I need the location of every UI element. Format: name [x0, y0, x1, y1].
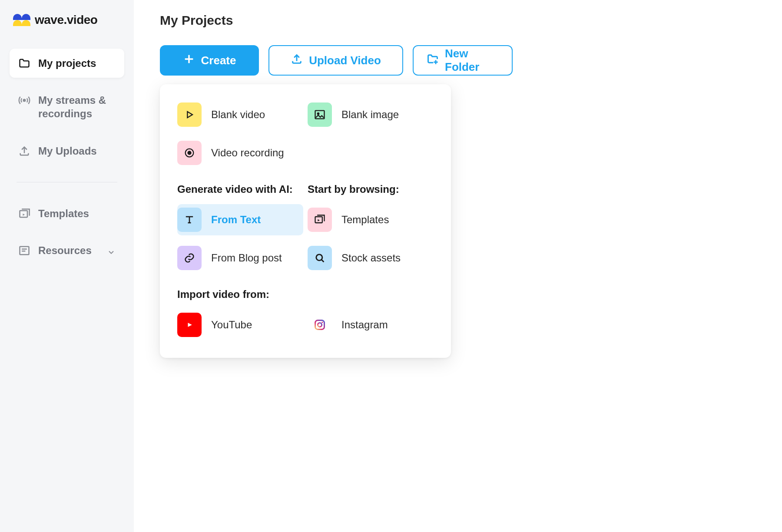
- resources-icon: [18, 245, 30, 257]
- section-heading-ai: Generate video with AI:: [177, 183, 303, 195]
- templates-icon: [18, 208, 30, 220]
- new-folder-button[interactable]: New Folder: [413, 45, 513, 76]
- create-button-label: Create: [201, 54, 236, 67]
- sidebar-item-my-streams[interactable]: My streams & recordings: [10, 86, 124, 128]
- option-label: YouTube: [211, 319, 252, 331]
- svg-rect-1: [20, 211, 28, 217]
- search-icon: [308, 246, 332, 270]
- upload-icon: [18, 145, 30, 157]
- play-icon: [177, 102, 202, 127]
- upload-video-button[interactable]: Upload Video: [268, 45, 403, 76]
- chevron-down-icon: [107, 246, 116, 255]
- upload-icon: [291, 53, 303, 68]
- page-title: My Projects: [160, 13, 756, 28]
- option-from-text[interactable]: From Text: [177, 204, 303, 235]
- option-label: Instagram: [341, 319, 388, 331]
- create-button[interactable]: Create: [160, 45, 259, 76]
- link-icon: [177, 246, 202, 270]
- option-label: Templates: [341, 214, 389, 226]
- broadcast-icon: [18, 94, 30, 106]
- option-video-recording[interactable]: Video recording: [177, 137, 303, 169]
- svg-point-10: [318, 113, 319, 115]
- text-icon: [177, 208, 202, 232]
- new-folder-icon: [427, 53, 439, 68]
- option-stock-assets[interactable]: Stock assets: [308, 242, 434, 274]
- brand-logo[interactable]: wave.video: [13, 13, 124, 27]
- action-row: Create Upload Video New Folder: [160, 45, 756, 76]
- option-label: Stock assets: [341, 252, 401, 264]
- sidebar-item-label: My projects: [38, 56, 116, 70]
- new-folder-button-label: New Folder: [445, 47, 499, 74]
- sidebar-divider: [17, 182, 117, 182]
- svg-point-12: [188, 152, 191, 155]
- option-label: Blank image: [341, 109, 399, 121]
- section-heading-import: Import video from:: [177, 288, 434, 301]
- instagram-icon: [308, 313, 332, 337]
- svg-point-14: [316, 254, 322, 261]
- sidebar: wave.video My projects My streams & reco…: [0, 0, 134, 532]
- sidebar-item-label: My Uploads: [38, 144, 116, 158]
- folder-icon: [18, 57, 30, 69]
- sidebar-item-label: Templates: [38, 207, 116, 220]
- sidebar-nav: My projects My streams & recordings My U…: [10, 49, 124, 265]
- brand-name: wave.video: [35, 13, 97, 27]
- youtube-icon: [177, 313, 202, 337]
- plus-icon: [183, 53, 195, 68]
- sidebar-item-templates[interactable]: Templates: [10, 199, 124, 228]
- option-label: From Text: [211, 214, 261, 226]
- main-content: My Projects Create Upload Video New Fold…: [134, 0, 782, 532]
- upload-video-button-label: Upload Video: [309, 54, 381, 67]
- sidebar-item-label: My streams & recordings: [38, 93, 116, 120]
- option-templates[interactable]: Templates: [308, 204, 434, 235]
- option-label: Blank video: [211, 109, 265, 121]
- sidebar-item-label: Resources: [38, 244, 99, 257]
- svg-point-18: [321, 322, 323, 323]
- record-icon: [177, 141, 202, 165]
- sidebar-item-my-uploads[interactable]: My Uploads: [10, 136, 124, 165]
- option-blank-video[interactable]: Blank video: [177, 99, 303, 130]
- svg-rect-16: [315, 321, 325, 330]
- templates-icon: [308, 208, 332, 232]
- svg-line-15: [321, 260, 324, 262]
- option-import-youtube[interactable]: YouTube: [177, 309, 303, 340]
- image-icon: [308, 102, 332, 127]
- option-import-instagram[interactable]: Instagram: [308, 309, 434, 340]
- svg-point-17: [318, 323, 321, 327]
- wave-logo-icon: [13, 14, 30, 26]
- sidebar-item-my-projects[interactable]: My projects: [10, 49, 124, 78]
- option-from-blog-post[interactable]: From Blog post: [177, 242, 303, 274]
- svg-point-0: [23, 99, 26, 102]
- sidebar-item-resources[interactable]: Resources: [10, 236, 124, 265]
- option-blank-image[interactable]: Blank image: [308, 99, 434, 130]
- option-label: Video recording: [211, 147, 284, 159]
- option-label: From Blog post: [211, 252, 282, 264]
- create-options-panel: Blank video Blank image Video recording: [160, 84, 451, 358]
- section-heading-browse: Start by browsing:: [308, 183, 434, 195]
